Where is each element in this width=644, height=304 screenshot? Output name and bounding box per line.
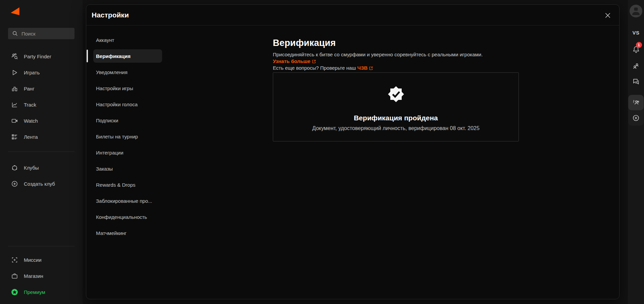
sidebar-item-shop[interactable]: Магазин	[0, 268, 83, 284]
track-icon	[11, 101, 18, 108]
verification-content: Верификация Присоединяйтесь к битве со с…	[273, 38, 521, 71]
faq-link[interactable]: ЧЗВ	[357, 65, 374, 71]
sidebar-item-label: Премиум	[24, 289, 45, 295]
settings-tab-voice-settings[interactable]: Настройки голоса	[93, 96, 162, 112]
settings-modal-title: Настройки	[92, 11, 129, 19]
settings-tab-privacy[interactable]: Конфиденциальность	[93, 209, 162, 225]
faq-label: ЧЗВ	[357, 65, 368, 71]
sidebar-item-label: Создать клуб	[24, 181, 55, 187]
page-title: Верификация	[273, 38, 521, 48]
close-icon	[604, 12, 612, 19]
sidebar-item-watch[interactable]: Watch	[0, 113, 83, 129]
right-rail: VS 1	[628, 0, 644, 304]
sidebar-item-rank[interactable]: Ранг	[0, 80, 83, 97]
people-icon	[632, 63, 640, 70]
settings-tab-subscriptions[interactable]: Подписки	[93, 112, 162, 128]
intro-text: Присоединяйтесь к битве со смурфами и ув…	[273, 52, 483, 57]
rank-icon	[11, 85, 18, 92]
chat-button[interactable]	[632, 78, 640, 85]
sidebar-clubs-nav: Клубы Создать клуб	[0, 160, 83, 192]
learn-more-label: Узнать больше	[273, 58, 310, 65]
selected-nav-indicator	[87, 50, 88, 62]
friends-button[interactable]	[632, 63, 640, 70]
app-root: Поиск Party Finder И	[0, 0, 644, 304]
external-link-icon	[369, 66, 373, 70]
sidebar-divider	[8, 151, 75, 152]
chat-icon	[632, 78, 640, 85]
party-icon	[632, 99, 640, 106]
close-button[interactable]	[604, 11, 612, 19]
faceit-logo-icon[interactable]	[10, 7, 19, 15]
faq-line: Есть еще вопросы? Проверьте наш ЧЗВ	[273, 65, 521, 71]
sidebar-item-label: Лента	[24, 134, 38, 140]
status-subtitle: Документ, удостоверяющий личность, вериф…	[312, 125, 480, 131]
search-placeholder: Поиск	[21, 31, 36, 37]
intro-line: Присоединяйтесь к битве со смурфами и ув…	[273, 51, 521, 65]
premium-icon	[11, 289, 18, 296]
sidebar-item-play[interactable]: Играть	[0, 64, 83, 80]
sidebar-item-label: Играть	[24, 70, 40, 75]
verification-description: Присоединяйтесь к битве со смурфами и ув…	[273, 51, 521, 71]
settings-tab-integrations[interactable]: Интеграции	[93, 144, 162, 161]
party-finder-icon	[11, 53, 18, 60]
clubs-icon	[11, 164, 18, 171]
sidebar-item-premium[interactable]: Премиум	[0, 284, 83, 300]
settings-tab-matchmaking[interactable]: Матчмейкинг	[93, 225, 162, 241]
settings-tab-notifications[interactable]: Уведомления	[93, 64, 162, 80]
sidebar-item-clubs[interactable]: Клубы	[0, 160, 83, 176]
sidebar-item-label: Ранг	[24, 86, 35, 92]
plus-circle-icon	[632, 114, 640, 122]
party-button[interactable]	[628, 95, 644, 110]
learn-more-link[interactable]: Узнать больше	[273, 58, 316, 65]
settings-tab-account[interactable]: Аккаунт	[93, 32, 162, 48]
sidebar-footer-nav: Миссии Магазин Премиум	[0, 252, 83, 300]
sidebar-item-feed[interactable]: Лента	[0, 129, 83, 145]
left-sidebar: Поиск Party Finder И	[0, 0, 83, 304]
sidebar-item-label: Track	[24, 102, 36, 108]
settings-tab-verification[interactable]: Верификация	[93, 49, 162, 63]
settings-tab-tournament-tickets[interactable]: Билеты на турнир	[93, 128, 162, 144]
settings-tab-game-settings[interactable]: Настройки игры	[93, 80, 162, 96]
faq-text: Есть еще вопросы? Проверьте наш	[273, 65, 356, 71]
settings-tab-rewards-drops[interactable]: Rewards & Drops	[93, 177, 162, 193]
sidebar-item-label: Миссии	[24, 257, 42, 263]
shop-icon	[11, 272, 18, 280]
sidebar-item-label: Party Finder	[24, 54, 51, 59]
sidebar-item-label: Клубы	[24, 165, 39, 171]
settings-modal: Настройки Аккаунт Верификация Уведомлени…	[86, 4, 620, 299]
verified-badge-icon	[387, 85, 405, 103]
notifications-button[interactable]: 1	[632, 46, 640, 53]
status-title: Верификация пройдена	[354, 114, 438, 122]
plus-circle-icon	[11, 180, 18, 187]
sidebar-divider	[8, 246, 75, 246]
sidebar-item-create-club[interactable]: Создать клуб	[0, 176, 83, 192]
avatar[interactable]	[630, 5, 642, 17]
party-panel	[628, 95, 644, 126]
feed-icon	[11, 133, 18, 140]
sidebar-item-label: Магазин	[24, 273, 43, 279]
sidebar-item-party-finder[interactable]: Party Finder	[0, 48, 83, 64]
settings-tab-orders[interactable]: Заказы	[93, 161, 162, 177]
user-initials[interactable]: VS	[632, 30, 639, 36]
sidebar-item-label: Watch	[24, 118, 38, 124]
settings-nav: Аккаунт Верификация Уведомления Настройк…	[93, 32, 162, 241]
sidebar-item-track[interactable]: Track	[0, 97, 83, 113]
watch-icon	[11, 117, 18, 124]
settings-tab-blocked-profiles[interactable]: Заблокированные про...	[93, 193, 162, 209]
external-link-icon	[312, 59, 316, 64]
sidebar-item-missions[interactable]: Миссии	[0, 252, 83, 268]
search-input[interactable]: Поиск	[8, 28, 75, 39]
create-party-button[interactable]	[628, 110, 644, 126]
search-icon	[12, 31, 18, 37]
sidebar-main-nav: Party Finder Играть Ранг	[0, 48, 83, 145]
settings-modal-header: Настройки	[86, 5, 619, 25]
notification-count-badge: 1	[636, 42, 642, 48]
verification-status-card: Верификация пройдена Документ, удостовер…	[273, 72, 519, 141]
missions-icon	[11, 256, 18, 263]
play-icon	[11, 69, 18, 76]
